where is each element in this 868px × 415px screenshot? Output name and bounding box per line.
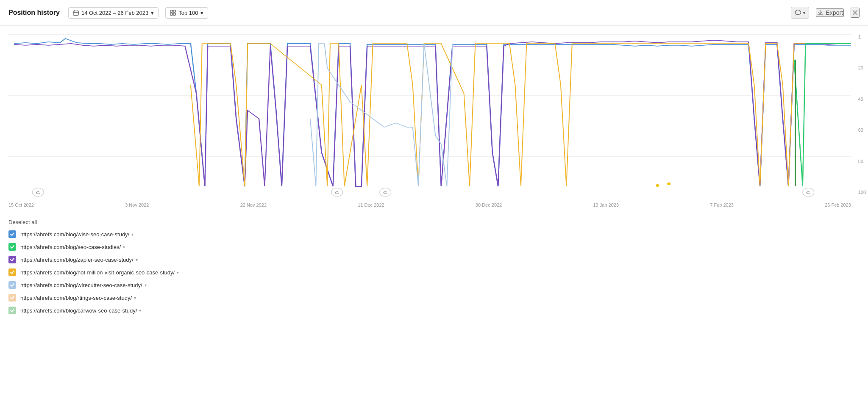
- x-label-8: 26 Feb 2023: [825, 202, 851, 208]
- legend-item[interactable]: https://ahrefs.com/blog/wirecutter-seo-c…: [8, 281, 860, 289]
- legend-url-label: https://ahrefs.com/blog/rtings-seo-case-…: [20, 295, 136, 301]
- legend-checkbox[interactable]: [8, 256, 16, 263]
- svg-text:G: G: [335, 190, 339, 195]
- chart-container: G G G G 1 20 40 60 80 100: [0, 26, 868, 212]
- y-axis: 1 20 40 60 80 100: [858, 34, 866, 195]
- legend-chevron[interactable]: ▾: [134, 296, 136, 300]
- date-range-chevron: ▾: [151, 10, 154, 16]
- y-label-5: 80: [858, 159, 866, 164]
- top100-label: Top 100: [178, 10, 198, 16]
- y-label-3: 40: [858, 97, 866, 102]
- legend-item[interactable]: https://ahrefs.com/blog/rtings-seo-case-…: [8, 294, 860, 302]
- header: Position history 14 Oct 2022 – 26 Feb 20…: [0, 0, 868, 26]
- svg-text:G: G: [36, 190, 40, 195]
- grid-icon: [170, 10, 176, 16]
- legend-url-label: https://ahrefs.com/blog/seo-case-studies…: [20, 244, 125, 250]
- export-button[interactable]: Export: [816, 8, 844, 17]
- orange-line: [191, 44, 851, 186]
- calendar-icon: [73, 10, 79, 16]
- svg-rect-4: [170, 10, 172, 12]
- svg-text:G: G: [806, 190, 810, 195]
- legend-checkbox[interactable]: [8, 294, 16, 302]
- legend-url-label: https://ahrefs.com/blog/not-million-visi…: [20, 269, 179, 276]
- legend-area: Deselect all https://ahrefs.com/blog/wis…: [0, 212, 868, 326]
- legend-item[interactable]: https://ahrefs.com/blog/carwow-seo-case-…: [8, 307, 860, 314]
- legend-chevron[interactable]: ▾: [177, 270, 179, 275]
- comment-chevron: ▾: [803, 11, 805, 15]
- legend-chevron[interactable]: ▾: [123, 245, 125, 249]
- svg-rect-0: [73, 11, 78, 16]
- yellow-dot-1: [656, 184, 659, 187]
- g-marker-2: G: [331, 188, 343, 196]
- g-marker-4: G: [803, 188, 814, 196]
- top100-chevron: ▾: [200, 10, 203, 16]
- legend-item[interactable]: https://ahrefs.com/blog/wise-seo-case-st…: [8, 230, 860, 238]
- export-label: Export: [826, 9, 843, 16]
- header-right: ▾ Export ✕: [791, 7, 860, 19]
- x-label-3: 22 Nov 2022: [240, 202, 267, 208]
- close-icon: ✕: [851, 8, 859, 17]
- date-range-label: 14 Oct 2022 – 26 Feb 2023: [81, 10, 148, 16]
- legend-checkbox[interactable]: [8, 281, 16, 289]
- svg-rect-5: [173, 10, 175, 12]
- comment-icon: [795, 9, 801, 16]
- lightblue-line: [310, 44, 453, 186]
- deselect-all-button[interactable]: Deselect all: [8, 219, 860, 225]
- legend-chevron[interactable]: ▾: [136, 257, 138, 262]
- legend-checkbox[interactable]: [8, 243, 16, 251]
- legend-item[interactable]: https://ahrefs.com/blog/seo-case-studies…: [8, 243, 860, 251]
- legend-checkbox[interactable]: [8, 307, 16, 314]
- legend-item[interactable]: https://ahrefs.com/blog/zapier-seo-case-…: [8, 256, 860, 263]
- svg-rect-6: [170, 13, 172, 15]
- legend-url-label: https://ahrefs.com/blog/carwow-seo-case-…: [20, 307, 141, 314]
- x-axis: 15 Oct 2022 3 Nov 2022 22 Nov 2022 11 De…: [8, 202, 851, 208]
- legend-url-label: https://ahrefs.com/blog/zapier-seo-case-…: [20, 257, 138, 263]
- legend-chevron[interactable]: ▾: [139, 308, 141, 313]
- legend-chevron[interactable]: ▾: [131, 232, 134, 237]
- legend-chevron[interactable]: ▾: [145, 283, 147, 288]
- date-range-button[interactable]: 14 Oct 2022 – 26 Feb 2023 ▾: [68, 7, 159, 19]
- top100-button[interactable]: Top 100 ▾: [165, 7, 208, 19]
- header-controls: 14 Oct 2022 – 26 Feb 2023 ▾ Top 100 ▾: [68, 7, 782, 19]
- green-line: [794, 44, 851, 186]
- y-label-4: 60: [858, 127, 866, 133]
- legend-items: https://ahrefs.com/blog/wise-seo-case-st…: [8, 230, 860, 314]
- legend-url-label: https://ahrefs.com/blog/wise-seo-case-st…: [20, 231, 134, 238]
- g-marker-3: G: [380, 188, 391, 196]
- export-icon: [817, 9, 823, 16]
- x-label-5: 30 Dec 2022: [476, 202, 502, 208]
- g-marker-1: G: [32, 188, 44, 196]
- x-label-4: 11 Dec 2022: [358, 202, 384, 208]
- svg-text:G: G: [383, 190, 387, 195]
- x-label-1: 15 Oct 2022: [8, 202, 34, 208]
- page-title: Position history: [8, 9, 60, 17]
- x-label-2: 3 Nov 2022: [125, 202, 149, 208]
- legend-url-label: https://ahrefs.com/blog/wirecutter-seo-c…: [20, 282, 147, 288]
- y-label-2: 20: [858, 65, 866, 70]
- legend-item[interactable]: https://ahrefs.com/blog/not-million-visi…: [8, 268, 860, 276]
- close-button[interactable]: ✕: [851, 8, 860, 18]
- y-label-1: 1: [858, 34, 866, 39]
- x-label-6: 19 Jan 2023: [593, 202, 619, 208]
- legend-checkbox[interactable]: [8, 230, 16, 238]
- legend-checkbox[interactable]: [8, 268, 16, 276]
- comment-button[interactable]: ▾: [791, 7, 809, 19]
- x-label-7: 7 Feb 2023: [710, 202, 734, 208]
- yellow-dot-2: [667, 183, 670, 185]
- y-label-6: 100: [858, 190, 866, 195]
- chart-area: G G G G 1 20 40 60 80 100: [8, 34, 851, 195]
- chart-svg: G G G G: [8, 34, 851, 195]
- svg-rect-7: [173, 13, 175, 15]
